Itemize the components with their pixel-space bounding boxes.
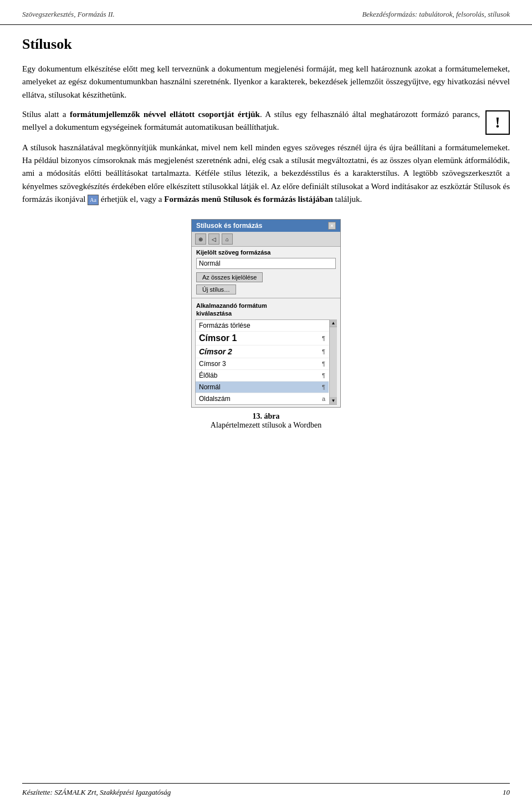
figure-caption: 13. ábra Alapértelmezett stílusok a Word… [211, 412, 321, 430]
style-icon-heading1: ¶ [322, 335, 325, 342]
style-name-heading2: Címsor 2 [199, 347, 320, 356]
titlebar-buttons: × [328, 222, 336, 230]
style-name-elolab: Élőláb [199, 372, 320, 379]
figure-container: Stílusok és formázás × ⊕ ◁ ⌂ [22, 219, 510, 430]
toolbar-icon-inline: Aa [88, 195, 99, 206]
style-icon-elolab: ¶ [322, 372, 325, 379]
style-icon-oldalszam: a [322, 395, 325, 402]
home-icon: ⌂ [226, 236, 229, 242]
apply-label-line2: kiválasztása [196, 310, 232, 317]
header-right: Bekezdésformázás: tabulátorok, felsorolá… [362, 10, 510, 19]
panel-titlebar: Stílusok és formázás × [192, 220, 340, 232]
panel-title: Stílusok és formázás [196, 222, 262, 230]
style-item-normal[interactable]: Normál ¶ [196, 382, 329, 393]
main-content: Stílusok Egy dokumentum elkészítése előt… [0, 31, 532, 461]
figure-caption-text: Alapértelmezett stílusok a Wordben [211, 421, 321, 430]
style-item-heading3[interactable]: Címsor 3 ¶ [196, 358, 329, 370]
warning-symbol: ! [495, 114, 500, 131]
back-icon: ◁ [212, 236, 216, 242]
close-icon: × [330, 223, 333, 228]
scroll-down-arrow[interactable]: ▼ [330, 397, 337, 405]
scroll-up-arrow[interactable]: ▲ [330, 319, 337, 327]
panel-section-label-1: Kijelölt szöveg formázása [192, 247, 340, 257]
header-left: Szövegszerkesztés, Formázás II. [22, 10, 115, 19]
panel-close-button[interactable]: × [328, 222, 336, 230]
select-all-button[interactable]: Az összes kijelölése [196, 272, 263, 282]
styles-list-wrapper: Formázás törlése Címsor 1 ¶ Címsor 2 ¶ [195, 319, 337, 405]
style-name-clear: Formázás törlése [199, 322, 323, 329]
select-all-button-row: Az összes kijelölése [192, 271, 340, 283]
page-header: Szövegszerkesztés, Formázás II. Bekezdés… [0, 0, 532, 25]
style-name-normal: Normál [199, 383, 320, 391]
warning-icon-box: ! [485, 110, 510, 135]
paragraph-3: A stílusok használatával megkönnyítjük m… [22, 141, 510, 206]
page-footer: Készítette: SZÁMALK Zrt, Szakképzési Iga… [22, 783, 510, 797]
current-style-input[interactable] [196, 258, 336, 269]
style-icon-heading3: ¶ [322, 360, 325, 367]
warning-text: Stílus alatt a formátumjellemzők névvel … [22, 108, 480, 135]
style-item-elolab[interactable]: Élőláb ¶ [196, 370, 329, 382]
styles-panel: Stílusok és formázás × ⊕ ◁ ⌂ [191, 219, 341, 408]
styles-list: Formázás törlése Címsor 1 ¶ Címsor 2 ¶ [195, 319, 337, 405]
current-style-row [192, 257, 340, 271]
panel-toolbar: ⊕ ◁ ⌂ [192, 232, 340, 247]
style-item-heading2[interactable]: Címsor 2 ¶ [196, 345, 329, 358]
style-item-clear[interactable]: Formázás törlése [196, 320, 329, 332]
panel-separator [192, 298, 340, 298]
figure-number: 13. ábra [211, 412, 321, 421]
toolbar-new-icon[interactable]: ⊕ [195, 233, 206, 245]
style-name-heading3: Címsor 3 [199, 360, 320, 368]
toolbar-back-icon[interactable]: ◁ [208, 233, 219, 245]
styles-scrollbar[interactable]: ▲ ▼ [329, 319, 337, 405]
section-title: Stílusok [22, 36, 510, 53]
apply-label-line1: Alkalmazandó formátum [196, 302, 267, 309]
paragraph-2: Stílus alatt a formátumjellemzők névvel … [22, 108, 480, 134]
style-icon-heading2: ¶ [322, 348, 325, 355]
warning-container: Stílus alatt a formátumjellemzők névvel … [22, 108, 510, 135]
style-item-heading1[interactable]: Címsor 1 ¶ [196, 332, 329, 345]
style-icon-normal: ¶ [322, 384, 325, 390]
footer-left: Készítette: SZÁMALK Zrt, Szakképzési Iga… [22, 788, 171, 797]
style-item-oldalszam[interactable]: Oldalszám a [196, 393, 329, 404]
footer-right: 10 [503, 788, 510, 797]
toolbar-home-icon[interactable]: ⌂ [222, 233, 233, 245]
new-style-button-row: Új stílus… [192, 283, 340, 296]
style-name-heading1: Címsor 1 [199, 333, 320, 343]
new-style-button[interactable]: Új stílus… [196, 284, 236, 294]
new-icon: ⊕ [198, 236, 203, 242]
paragraph-1: Egy dokumentum elkészítése előtt meg kel… [22, 63, 510, 101]
style-name-oldalszam: Oldalszám [199, 395, 320, 403]
panel-section-label-2: Alkalmazandó formátum kiválasztása [192, 301, 340, 318]
